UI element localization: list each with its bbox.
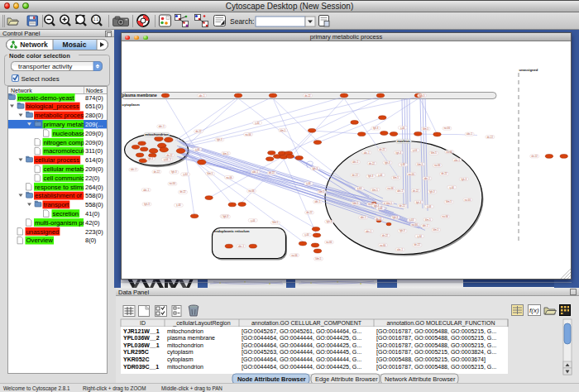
svg-text:klm-5: klm-5 (319, 190, 325, 194)
svg-text:280(0): 280(0) (85, 112, 103, 119)
svg-text:de-22: de-22 (304, 94, 311, 98)
svg-text:response to stimul: response to stimul (35, 184, 88, 191)
svg-text:1:1: 1:1 (93, 17, 99, 22)
svg-text:[GO:0045263, GO:0044444, GO:00: [GO:0045263, GO:0044444, GO:0044445, G..… (242, 349, 361, 356)
svg-text:de-22: de-22 (179, 190, 186, 194)
svg-text:YLR295C: YLR295C (123, 349, 149, 355)
svg-text:fgh-3: fgh-3 (223, 215, 229, 218)
svg-text:cytoplasm: cytoplasm (122, 103, 140, 107)
svg-text:de-22: de-22 (382, 234, 389, 237)
svg-text:209(0): 209(0) (85, 165, 103, 173)
svg-text:ij-44: ij-44 (413, 149, 418, 152)
svg-text:Overview: Overview (26, 237, 54, 244)
svg-text:klm-5: klm-5 (223, 152, 228, 155)
svg-text:plasma membrane: plasma membrane (167, 335, 215, 342)
svg-text:cellular metabo: cellular metabo (44, 165, 89, 173)
svg-text:annotation.GO CELLULAR_COMPONE: annotation.GO CELLULAR_COMPONENT (251, 320, 362, 327)
svg-text:fgh-3: fgh-3 (217, 138, 223, 141)
svg-text:fgh-3: fgh-3 (144, 203, 150, 206)
svg-text:209(...: 209(... (85, 121, 103, 128)
svg-text:multi-organism pro: multi-organism pro (35, 219, 89, 227)
svg-text:no-66: no-66 (248, 189, 255, 193)
svg-text:abc-1: abc-1 (315, 200, 321, 203)
svg-text:plasma membrane: plasma membrane (122, 93, 157, 98)
svg-text:nitrogen compo: nitrogen compo (44, 139, 89, 146)
svg-text:klm-5: klm-5 (353, 202, 359, 205)
svg-text:mitochondrion: mitochondrion (167, 342, 203, 348)
svg-text:de-22: de-22 (487, 136, 494, 139)
svg-text:transporter activity: transporter activity (18, 63, 72, 70)
svg-text:abc-1: abc-1 (252, 170, 258, 174)
svg-text:ij-44: ij-44 (255, 122, 260, 125)
svg-text:cellular process: cellular process (35, 156, 79, 164)
svg-text:de-22: de-22 (379, 148, 385, 151)
svg-text:fgh-3: fgh-3 (429, 190, 435, 194)
svg-text:de-22: de-22 (195, 130, 202, 133)
svg-text:klm-5: klm-5 (316, 257, 322, 261)
svg-text:abc-1: abc-1 (159, 125, 165, 128)
svg-text:klm-5: klm-5 (207, 172, 213, 175)
svg-text:klm-5: klm-5 (372, 189, 378, 192)
svg-text:mitochondrion: mitochondrion (167, 364, 203, 370)
svg-text:[GO:0016787, GO:0005488, GO:00: [GO:0016787, GO:0005488, GO:0005215, G..… (376, 335, 496, 342)
svg-text:annotation.GO MOLECULAR_FUNCTI: annotation.GO MOLECULAR_FUNCTION (386, 320, 495, 327)
svg-text:no-66: no-66 (447, 151, 453, 154)
svg-text:fgh-3: fgh-3 (171, 170, 177, 174)
svg-text:no-66: no-66 (434, 164, 441, 167)
svg-text:endoplasmic reticulum: endoplasmic reticulum (214, 229, 250, 233)
svg-text:651(0): 651(0) (85, 103, 103, 110)
svg-text:de-22: de-22 (376, 218, 382, 221)
svg-text:de-22: de-22 (413, 189, 419, 193)
svg-text:biological_process: biological_process (26, 103, 79, 110)
svg-text:cytoplasm: cytoplasm (167, 356, 194, 363)
svg-text:ij-44: ij-44 (400, 163, 405, 166)
svg-text:fgh-3: fgh-3 (416, 201, 422, 204)
svg-text:[GO:0016787, GO:0005488, GO:00: [GO:0016787, GO:0005488, GO:0005215, G..… (376, 342, 496, 349)
svg-text:Node Attribute Browser: Node Attribute Browser (237, 375, 306, 383)
svg-text:Mosaic: Mosaic (63, 41, 87, 49)
svg-text:Select nodes: Select nodes (22, 75, 60, 83)
svg-text:fgh-3: fgh-3 (373, 127, 379, 130)
svg-text:YPL036W__2: YPL036W__2 (123, 335, 160, 341)
svg-text:establishment of lo: establishment of lo (35, 192, 89, 199)
svg-text:abc-1: abc-1 (423, 224, 428, 227)
svg-text:mosaic-demo-yeast: mosaic-demo-yeast (18, 94, 75, 102)
svg-text:Network Attribute Browser: Network Attribute Browser (385, 375, 456, 383)
svg-text:abc-1: abc-1 (131, 168, 136, 171)
svg-text:ij-44: ij-44 (378, 174, 383, 177)
svg-text:klm-5: klm-5 (418, 163, 423, 166)
svg-text:558(0): 558(0) (85, 192, 103, 199)
svg-text:abc-1: abc-1 (352, 160, 358, 164)
svg-text:fgh-3: fgh-3 (400, 229, 405, 232)
svg-text:YDR039C__1: YDR039C__1 (123, 364, 159, 370)
svg-text:209(0): 209(0) (85, 130, 103, 137)
svg-text:Network: Network (20, 41, 48, 49)
svg-text:ij-44: ij-44 (183, 173, 188, 176)
svg-text:no-66: no-66 (245, 133, 251, 136)
svg-text:874(0): 874(0) (85, 94, 103, 102)
svg-text:de-22: de-22 (154, 170, 160, 174)
svg-text:ij-44: ij-44 (176, 203, 181, 207)
svg-text:no-66: no-66 (170, 182, 176, 185)
svg-text:fgh-3: fgh-3 (393, 216, 399, 219)
svg-text:ij-44: ij-44 (251, 219, 256, 222)
svg-text:abc-1: abc-1 (397, 248, 403, 251)
svg-text:abc-1: abc-1 (467, 132, 472, 136)
svg-text:ij-44: ij-44 (449, 186, 454, 189)
svg-text:[GO:0044464, GO:0044444, GO:00: [GO:0044464, GO:0044444, GO:0044444, G..… (242, 356, 361, 363)
svg-text:Edge Attribute Browser: Edge Attribute Browser (315, 375, 378, 383)
svg-text:8(0): 8(0) (85, 237, 97, 244)
svg-text:fgh-3: fgh-3 (419, 94, 425, 98)
svg-text:klm-5: klm-5 (446, 200, 452, 203)
svg-text:mitochondrion: mitochondrion (167, 328, 203, 334)
svg-text:no-66: no-66 (388, 187, 395, 190)
svg-text:42(0): 42(0) (85, 219, 100, 227)
svg-text:ij-44: ij-44 (409, 218, 414, 222)
svg-text:YKR052C: YKR052C (123, 356, 150, 362)
svg-text:22(0): 22(0) (85, 174, 100, 182)
svg-text:ij-44: ij-44 (195, 148, 200, 151)
svg-text:558(0): 558(0) (85, 201, 103, 208)
svg-text:macromolecule: macromolecule (44, 147, 88, 155)
svg-text:no-66: no-66 (291, 254, 298, 257)
svg-text:[GO:0016787, GO:0005488, GO:00: [GO:0016787, GO:0005488, GO:0005215, G..… (376, 364, 496, 370)
